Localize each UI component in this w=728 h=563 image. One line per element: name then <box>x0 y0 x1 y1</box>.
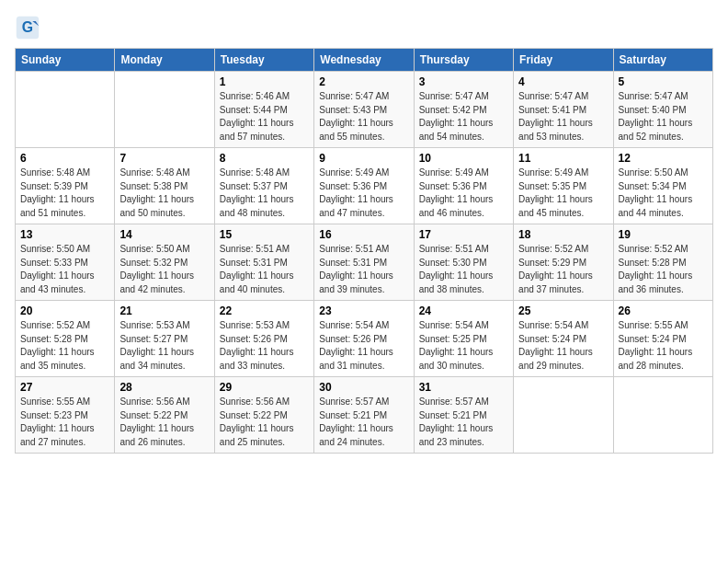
day-number: 13 <box>20 228 109 241</box>
calendar-cell: 1Sunrise: 5:46 AM Sunset: 5:44 PM Daylig… <box>214 72 313 148</box>
calendar-cell: 21Sunrise: 5:53 AM Sunset: 5:27 PM Dayli… <box>115 301 214 377</box>
calendar-cell: 30Sunrise: 5:57 AM Sunset: 5:21 PM Dayli… <box>314 377 414 454</box>
day-info: Sunrise: 5:47 AM Sunset: 5:40 PM Dayligh… <box>619 90 708 144</box>
day-info: Sunrise: 5:49 AM Sunset: 5:36 PM Dayligh… <box>319 167 408 220</box>
calendar-cell: 24Sunrise: 5:54 AM Sunset: 5:25 PM Dayli… <box>414 301 513 377</box>
day-info: Sunrise: 5:50 AM Sunset: 5:32 PM Dayligh… <box>119 243 209 296</box>
day-number: 25 <box>518 304 608 317</box>
calendar-header: SundayMondayTuesdayWednesdayThursdayFrid… <box>16 49 713 72</box>
day-number: 29 <box>220 381 309 394</box>
weekday-header-monday: Monday <box>115 49 214 72</box>
logo: G <box>15 15 44 40</box>
day-number: 4 <box>518 75 608 88</box>
day-info: Sunrise: 5:55 AM Sunset: 5:23 PM Dayligh… <box>20 396 109 449</box>
calendar-cell: 31Sunrise: 5:57 AM Sunset: 5:21 PM Dayli… <box>414 377 513 454</box>
day-number: 1 <box>220 75 309 88</box>
day-number: 21 <box>119 304 209 317</box>
weekday-header-tuesday: Tuesday <box>214 49 313 72</box>
day-number: 7 <box>119 152 209 165</box>
weekday-row: SundayMondayTuesdayWednesdayThursdayFrid… <box>16 49 713 72</box>
day-info: Sunrise: 5:54 AM Sunset: 5:24 PM Dayligh… <box>518 319 608 373</box>
day-info: Sunrise: 5:52 AM Sunset: 5:29 PM Dayligh… <box>518 243 608 296</box>
calendar-body: 1Sunrise: 5:46 AM Sunset: 5:44 PM Daylig… <box>16 72 713 454</box>
day-info: Sunrise: 5:48 AM Sunset: 5:39 PM Dayligh… <box>20 167 109 220</box>
day-number: 10 <box>419 152 508 165</box>
day-number: 20 <box>20 304 109 317</box>
day-number: 19 <box>619 228 708 241</box>
day-number: 18 <box>518 228 608 241</box>
calendar-cell: 19Sunrise: 5:52 AM Sunset: 5:28 PM Dayli… <box>613 224 712 301</box>
calendar-week-4: 20Sunrise: 5:52 AM Sunset: 5:28 PM Dayli… <box>16 301 713 377</box>
day-number: 24 <box>419 304 508 317</box>
day-info: Sunrise: 5:55 AM Sunset: 5:24 PM Dayligh… <box>619 319 708 373</box>
day-info: Sunrise: 5:48 AM Sunset: 5:37 PM Dayligh… <box>220 167 309 220</box>
svg-text:G: G <box>22 19 33 35</box>
day-number: 22 <box>220 304 309 317</box>
day-info: Sunrise: 5:56 AM Sunset: 5:22 PM Dayligh… <box>119 396 209 449</box>
day-info: Sunrise: 5:48 AM Sunset: 5:38 PM Dayligh… <box>119 167 209 220</box>
calendar-cell: 25Sunrise: 5:54 AM Sunset: 5:24 PM Dayli… <box>514 301 613 377</box>
calendar-cell: 15Sunrise: 5:51 AM Sunset: 5:31 PM Dayli… <box>214 224 313 301</box>
day-info: Sunrise: 5:54 AM Sunset: 5:25 PM Dayligh… <box>419 319 508 373</box>
day-info: Sunrise: 5:53 AM Sunset: 5:27 PM Dayligh… <box>119 319 209 373</box>
day-number: 8 <box>220 152 309 165</box>
day-number: 23 <box>319 304 408 317</box>
day-number: 17 <box>419 228 508 241</box>
calendar-cell: 14Sunrise: 5:50 AM Sunset: 5:32 PM Dayli… <box>115 224 214 301</box>
calendar-cell: 7Sunrise: 5:48 AM Sunset: 5:38 PM Daylig… <box>115 148 214 224</box>
day-number: 27 <box>20 381 109 394</box>
weekday-header-wednesday: Wednesday <box>314 49 414 72</box>
day-info: Sunrise: 5:51 AM Sunset: 5:31 PM Dayligh… <box>220 243 309 296</box>
calendar-table: SundayMondayTuesdayWednesdayThursdayFrid… <box>15 48 713 454</box>
calendar-week-1: 1Sunrise: 5:46 AM Sunset: 5:44 PM Daylig… <box>16 72 713 148</box>
calendar-cell: 13Sunrise: 5:50 AM Sunset: 5:33 PM Dayli… <box>16 224 115 301</box>
calendar-cell: 29Sunrise: 5:56 AM Sunset: 5:22 PM Dayli… <box>214 377 313 454</box>
calendar-cell: 3Sunrise: 5:47 AM Sunset: 5:42 PM Daylig… <box>414 72 513 148</box>
calendar-cell: 11Sunrise: 5:49 AM Sunset: 5:35 PM Dayli… <box>514 148 613 224</box>
day-number: 5 <box>619 75 708 88</box>
weekday-header-saturday: Saturday <box>613 49 712 72</box>
day-number: 31 <box>419 381 508 394</box>
calendar-cell: 17Sunrise: 5:51 AM Sunset: 5:30 PM Dayli… <box>414 224 513 301</box>
day-info: Sunrise: 5:57 AM Sunset: 5:21 PM Dayligh… <box>319 396 408 449</box>
day-number: 26 <box>619 304 708 317</box>
day-info: Sunrise: 5:46 AM Sunset: 5:44 PM Dayligh… <box>220 90 309 144</box>
day-info: Sunrise: 5:56 AM Sunset: 5:22 PM Dayligh… <box>220 396 309 449</box>
day-info: Sunrise: 5:50 AM Sunset: 5:33 PM Dayligh… <box>20 243 109 296</box>
day-number: 6 <box>20 152 109 165</box>
day-number: 2 <box>319 75 408 88</box>
calendar-cell: 16Sunrise: 5:51 AM Sunset: 5:31 PM Dayli… <box>314 224 414 301</box>
calendar-week-5: 27Sunrise: 5:55 AM Sunset: 5:23 PM Dayli… <box>16 377 713 454</box>
calendar-cell: 12Sunrise: 5:50 AM Sunset: 5:34 PM Dayli… <box>613 148 712 224</box>
day-info: Sunrise: 5:54 AM Sunset: 5:26 PM Dayligh… <box>319 319 408 373</box>
calendar-cell: 6Sunrise: 5:48 AM Sunset: 5:39 PM Daylig… <box>16 148 115 224</box>
day-number: 11 <box>518 152 608 165</box>
calendar-cell: 5Sunrise: 5:47 AM Sunset: 5:40 PM Daylig… <box>613 72 712 148</box>
calendar-cell: 28Sunrise: 5:56 AM Sunset: 5:22 PM Dayli… <box>115 377 214 454</box>
weekday-header-sunday: Sunday <box>16 49 115 72</box>
calendar-cell <box>514 377 613 454</box>
calendar-week-3: 13Sunrise: 5:50 AM Sunset: 5:33 PM Dayli… <box>16 224 713 301</box>
calendar-cell: 20Sunrise: 5:52 AM Sunset: 5:28 PM Dayli… <box>16 301 115 377</box>
calendar-cell: 4Sunrise: 5:47 AM Sunset: 5:41 PM Daylig… <box>514 72 613 148</box>
day-number: 28 <box>119 381 209 394</box>
day-info: Sunrise: 5:51 AM Sunset: 5:30 PM Dayligh… <box>419 243 508 296</box>
calendar-cell <box>613 377 712 454</box>
day-info: Sunrise: 5:52 AM Sunset: 5:28 PM Dayligh… <box>20 319 109 373</box>
page-header: G <box>15 15 713 40</box>
day-info: Sunrise: 5:51 AM Sunset: 5:31 PM Dayligh… <box>319 243 408 296</box>
day-number: 16 <box>319 228 408 241</box>
calendar-cell: 2Sunrise: 5:47 AM Sunset: 5:43 PM Daylig… <box>314 72 414 148</box>
calendar-cell <box>115 72 214 148</box>
weekday-header-friday: Friday <box>514 49 613 72</box>
calendar-week-2: 6Sunrise: 5:48 AM Sunset: 5:39 PM Daylig… <box>16 148 713 224</box>
day-number: 12 <box>619 152 708 165</box>
day-info: Sunrise: 5:47 AM Sunset: 5:41 PM Dayligh… <box>518 90 608 144</box>
day-info: Sunrise: 5:47 AM Sunset: 5:42 PM Dayligh… <box>419 90 508 144</box>
weekday-header-thursday: Thursday <box>414 49 513 72</box>
calendar-cell <box>16 72 115 148</box>
day-info: Sunrise: 5:49 AM Sunset: 5:35 PM Dayligh… <box>518 167 608 220</box>
day-info: Sunrise: 5:47 AM Sunset: 5:43 PM Dayligh… <box>319 90 408 144</box>
day-number: 14 <box>119 228 209 241</box>
day-info: Sunrise: 5:49 AM Sunset: 5:36 PM Dayligh… <box>419 167 508 220</box>
